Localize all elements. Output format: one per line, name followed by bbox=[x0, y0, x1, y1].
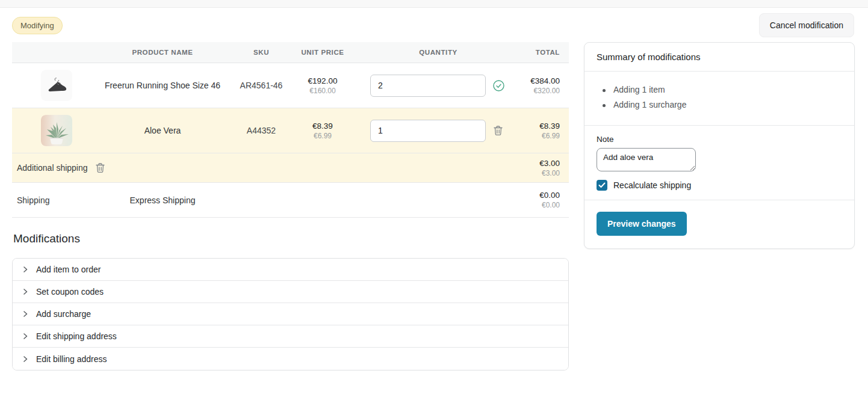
header-product-name: PRODUCT NAME bbox=[101, 49, 224, 56]
accordion-label: Add surcharge bbox=[36, 309, 91, 319]
accordion-edit-shipping-address[interactable]: Edit shipping address bbox=[13, 325, 568, 348]
shipping-row: Shipping Express Shipping €0.00 €0.00 bbox=[12, 183, 569, 218]
line-total-original: €320.00 bbox=[530, 87, 560, 95]
accordion-label: Set coupon codes bbox=[36, 287, 104, 297]
unit-price-original: €160.00 bbox=[299, 87, 347, 95]
cancel-modification-button[interactable]: Cancel modification bbox=[759, 13, 854, 37]
modifications-accordion: Add item to order Set coupon codes Add s… bbox=[12, 258, 569, 370]
chevron-right-icon bbox=[22, 266, 29, 273]
check-circle-icon bbox=[493, 80, 504, 91]
trash-icon[interactable] bbox=[95, 162, 105, 173]
table-header-row: PRODUCT NAME SKU UNIT PRICE QUANTITY TOT… bbox=[12, 42, 569, 63]
product-sku: A44352 bbox=[224, 126, 299, 135]
chevron-right-icon bbox=[22, 288, 29, 295]
accordion-add-surcharge[interactable]: Add surcharge bbox=[13, 303, 568, 325]
accordion-label: Add item to order bbox=[36, 265, 101, 274]
chevron-right-icon bbox=[22, 310, 29, 318]
surcharge-total: €3.00 bbox=[539, 159, 560, 168]
line-total-original: €6.99 bbox=[530, 132, 560, 140]
order-items-table: PRODUCT NAME SKU UNIT PRICE QUANTITY TOT… bbox=[12, 42, 569, 218]
header-quantity: QUANTITY bbox=[347, 49, 530, 56]
accordion-add-item-to-order[interactable]: Add item to order bbox=[13, 259, 568, 281]
unit-price-original: €6.99 bbox=[299, 132, 347, 140]
product-name: Freerun Running Shoe Size 46 bbox=[101, 81, 224, 90]
unit-price: €8.39 bbox=[299, 121, 347, 131]
trash-icon[interactable] bbox=[493, 125, 503, 136]
accordion-label: Edit billing address bbox=[36, 354, 107, 364]
summary-bullet-list: Adding 1 item Adding 1 surcharge bbox=[597, 81, 842, 116]
product-sku: AR4561-46 bbox=[224, 81, 299, 90]
chevron-right-icon bbox=[22, 333, 29, 340]
preview-changes-button[interactable]: Preview changes bbox=[597, 212, 687, 236]
product-image-aloe bbox=[41, 115, 72, 146]
checkmark-icon bbox=[598, 182, 606, 188]
surcharge-row: Additional shipping €3.00 €3.00 bbox=[12, 153, 569, 183]
summary-of-modifications-card: Summary of modifications Adding 1 item A… bbox=[584, 42, 855, 249]
quantity-input[interactable] bbox=[370, 75, 486, 97]
table-row: Freerun Running Shoe Size 46 AR4561-46 €… bbox=[12, 63, 569, 108]
table-row-added: Aloe Vera A44352 €8.39 €6.99 €8.39 €6.99 bbox=[12, 108, 569, 153]
unit-price: €192.00 bbox=[299, 76, 347, 85]
quantity-input[interactable] bbox=[370, 120, 486, 142]
product-image-shoe bbox=[41, 70, 72, 101]
header-sku: SKU bbox=[224, 49, 299, 56]
header-total: TOTAL bbox=[530, 49, 569, 56]
header-unit-price: UNIT PRICE bbox=[299, 49, 347, 56]
shipping-method: Express Shipping bbox=[101, 195, 224, 205]
line-total: €8.39 bbox=[530, 121, 560, 131]
summary-bullet: Adding 1 surcharge bbox=[600, 100, 842, 109]
note-label: Note bbox=[597, 135, 842, 144]
chevron-right-icon bbox=[22, 355, 29, 363]
note-textarea[interactable]: Add aloe vera bbox=[597, 148, 696, 171]
modifying-status-badge: Modifying bbox=[12, 17, 63, 34]
line-total: €384.00 bbox=[530, 76, 560, 85]
shipping-total-original: €0.00 bbox=[530, 201, 560, 209]
shipping-label: Shipping bbox=[12, 195, 101, 205]
shipping-total: €0.00 bbox=[530, 191, 560, 200]
recalculate-shipping-label: Recalculate shipping bbox=[613, 180, 691, 190]
accordion-edit-billing-address[interactable]: Edit billing address bbox=[13, 348, 568, 370]
surcharge-label: Additional shipping bbox=[17, 163, 88, 173]
surcharge-total-original: €3.00 bbox=[539, 169, 560, 177]
summary-bullet: Adding 1 item bbox=[600, 85, 842, 94]
modifications-heading: Modifications bbox=[13, 232, 80, 245]
accordion-label: Edit shipping address bbox=[36, 331, 117, 341]
top-bar bbox=[0, 0, 868, 8]
recalculate-shipping-checkbox[interactable] bbox=[597, 180, 607, 191]
product-name: Aloe Vera bbox=[101, 126, 224, 135]
summary-title: Summary of modifications bbox=[597, 52, 842, 62]
accordion-set-coupon-codes[interactable]: Set coupon codes bbox=[13, 281, 568, 303]
